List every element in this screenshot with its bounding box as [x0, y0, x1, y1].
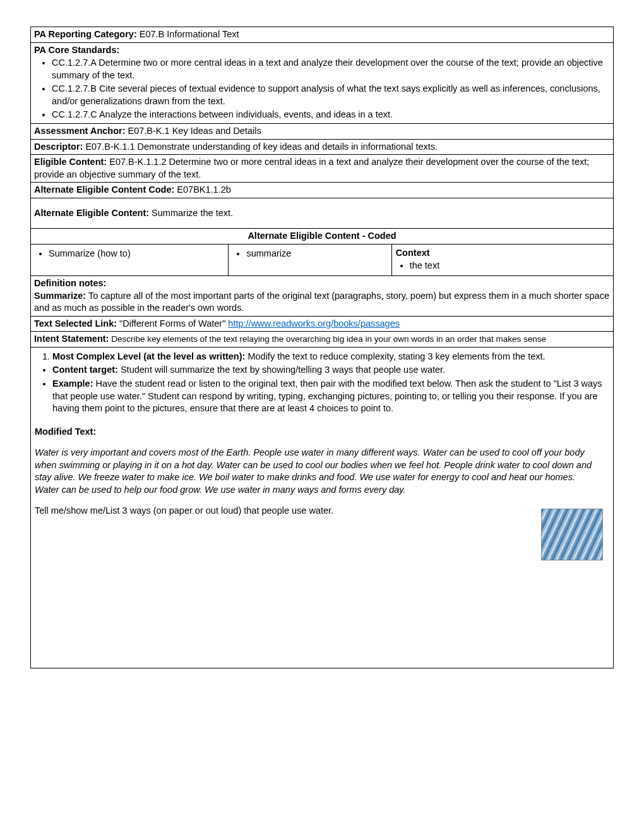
complex-level-text: Modify the text to reduce complexity, st…	[245, 351, 545, 361]
altcode-value: E07BK1.1.2b	[174, 184, 231, 195]
water-image	[541, 509, 603, 560]
coded-item: summarize	[246, 247, 387, 261]
passage-link[interactable]: http://www.readworks.org/books/passages	[228, 318, 400, 329]
definition-term: Summarize:	[34, 291, 86, 301]
prompt-text: Tell me/show me/List 3 ways (on paper or…	[35, 505, 609, 517]
list-item: CC.1.2.7.B Cite several pieces of textua…	[52, 82, 610, 108]
body-section: Most Complex Level (at the level as writ…	[31, 348, 613, 668]
content-target-text: Student will summarize the text by showi…	[118, 365, 445, 375]
link-row: Text Selected Link: "Different Forms of …	[31, 317, 613, 332]
anchor-label: Assessment Anchor:	[34, 126, 126, 136]
list-item: Content target: Student will summarize t…	[52, 363, 609, 377]
descriptor-value: E07.B-K.1.1 Demonstrate understanding of…	[83, 142, 438, 152]
coded-col-1: Summarize (how to)	[31, 245, 229, 275]
intent-label: Intent Statement:	[34, 334, 109, 344]
modified-text-paragraph: Water is very important and covers most …	[35, 447, 597, 496]
alt-code-row: Alternate Eligible Content Code: E07BK1.…	[31, 183, 613, 198]
coded-item: Summarize (how to)	[49, 247, 224, 261]
intent-row: Intent Statement: Describe key elements …	[31, 332, 613, 348]
bullet-list: Content target: Student will summarize t…	[35, 363, 609, 415]
list-item: CC.1.2.7.C Analyze the interactions betw…	[52, 108, 610, 122]
altcontent-value: Summarize the text.	[149, 208, 233, 218]
coded-col-2: summarize	[229, 245, 391, 275]
core-standards-row: PA Core Standards: CC.1.2.7.A Determine …	[31, 43, 613, 124]
link-title: "Different Forms of Water"	[117, 318, 228, 329]
spacer	[35, 586, 609, 662]
complex-level-label: Most Complex Level (at the level as writ…	[52, 351, 245, 361]
example-text: Have the student read or listen to the o…	[52, 378, 602, 413]
definition-body: To capture all of the most important par…	[34, 291, 609, 313]
descriptor-row: Descriptor: E07.B-K.1.1 Demonstrate unde…	[31, 140, 613, 155]
core-label: PA Core Standards:	[34, 44, 610, 57]
content-target-label: Content target:	[52, 365, 118, 375]
coded-header: Alternate Eligible Content - Coded	[31, 229, 613, 245]
context-label: Context	[396, 247, 609, 260]
anchor-value: E07.B-K.1 Key Ideas and Details	[126, 126, 261, 136]
modified-text-label: Modified Text:	[35, 426, 609, 438]
eligible-value: E07.B-K.1.1.2 Determine two or more cent…	[34, 157, 589, 179]
core-standards-list: CC.1.2.7.A Determine two or more central…	[34, 56, 610, 122]
link-label: Text Selected Link:	[34, 318, 117, 329]
list-item: Example: Have the student read or listen…	[52, 377, 609, 416]
coded-col-3: Context the text	[392, 245, 613, 275]
eligible-label: Eligible Content:	[34, 157, 107, 167]
altcontent-label: Alternate Eligible Content:	[34, 208, 149, 218]
definition-label: Definition notes:	[34, 277, 610, 290]
reporting-category-row: PA Reporting Category: E07.B Information…	[31, 27, 613, 43]
reporting-value: E07.B Informational Text	[137, 29, 239, 39]
numbered-list: Most Complex Level (at the level as writ…	[35, 350, 609, 364]
example-label: Example:	[52, 378, 93, 389]
list-item: Most Complex Level (at the level as writ…	[52, 350, 609, 364]
altcode-label: Alternate Eligible Content Code:	[34, 184, 174, 195]
list-item: CC.1.2.7.A Determine two or more central…	[52, 56, 610, 82]
coded-item: the text	[410, 259, 609, 273]
alt-content-row: Alternate Eligible Content: Summarize th…	[31, 198, 613, 229]
descriptor-label: Descriptor:	[34, 142, 83, 152]
eligible-content-row: Eligible Content: E07.B-K.1.1.2 Determin…	[31, 155, 613, 183]
intent-text: Describe key elements of the text relayi…	[109, 334, 546, 344]
definition-row: Definition notes: Summarize: To capture …	[31, 276, 613, 317]
assessment-anchor-row: Assessment Anchor: E07.B-K.1 Key Ideas a…	[31, 124, 613, 140]
coded-body: Summarize (how to) summarize Context the…	[31, 245, 613, 275]
coded-section: Alternate Eligible Content - Coded Summa…	[31, 229, 613, 276]
document-frame: PA Reporting Category: E07.B Information…	[30, 27, 614, 668]
reporting-label: PA Reporting Category:	[34, 29, 137, 39]
definition-text: Summarize: To capture all of the most im…	[34, 290, 610, 315]
